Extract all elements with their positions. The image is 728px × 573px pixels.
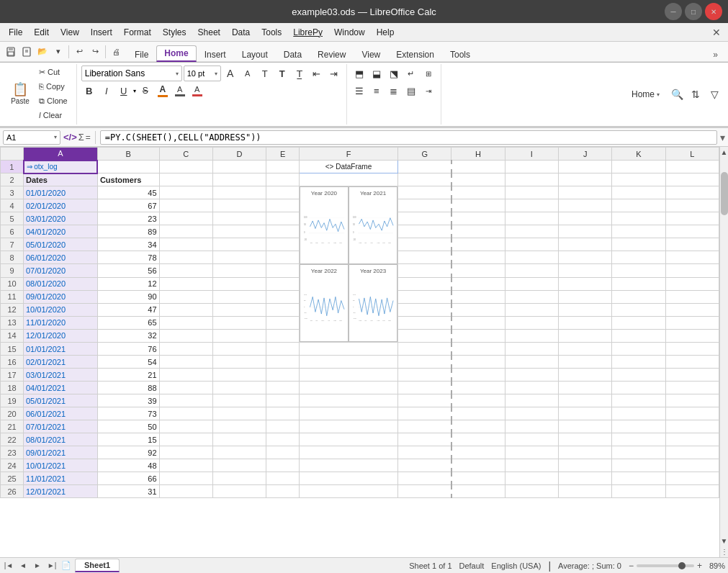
vscroll-up-btn[interactable]: ▲ xyxy=(719,147,728,158)
new-sheet-icon[interactable]: 📄 xyxy=(60,560,72,572)
align-bottom-button[interactable]: ⬔ xyxy=(386,66,402,81)
grow-font-button[interactable]: A xyxy=(223,66,238,81)
col-header-a[interactable]: A xyxy=(24,148,98,161)
merge-button[interactable]: ⊞ xyxy=(421,66,436,81)
underline-button[interactable]: U xyxy=(116,83,132,99)
cell-a3[interactable]: 01/01/2020 xyxy=(24,186,98,199)
tab-layout[interactable]: Layout xyxy=(234,47,276,62)
menu-data[interactable]: Data xyxy=(226,26,256,39)
nav-prev-btn[interactable]: ◄ xyxy=(17,560,29,572)
nav-first-btn[interactable]: |◄ xyxy=(3,560,14,572)
cell-k2[interactable] xyxy=(612,173,665,186)
clone-button[interactable]: ⧉ Clone xyxy=(35,94,72,107)
outdent-icon[interactable]: ⇥ xyxy=(326,66,342,81)
cell-k3[interactable] xyxy=(612,186,665,199)
zoom-out-btn[interactable]: − xyxy=(629,561,634,571)
cell-j1[interactable] xyxy=(558,161,611,173)
cell-l2[interactable] xyxy=(665,173,719,186)
cell-b2[interactable]: Customers xyxy=(97,173,159,186)
menubar-close[interactable]: ✕ xyxy=(708,27,725,38)
align-right-button[interactable]: ≣ xyxy=(386,83,402,99)
zoom-thumb[interactable] xyxy=(678,562,686,569)
cell-j3[interactable] xyxy=(558,186,611,199)
col-header-l[interactable]: L xyxy=(665,148,719,161)
home-dropdown-btn[interactable]: Home ▾ xyxy=(625,86,666,102)
menu-tools[interactable]: Tools xyxy=(256,26,287,39)
cell-d1[interactable] xyxy=(212,161,266,173)
align-left-button[interactable]: ☰ xyxy=(351,83,367,99)
nav-next-btn[interactable]: ► xyxy=(32,560,43,572)
cell-f2[interactable] xyxy=(299,173,397,186)
cell-c1[interactable] xyxy=(159,161,212,173)
cell-f1[interactable]: <> DataFrame xyxy=(299,161,397,173)
undo-icon[interactable]: ↩ xyxy=(71,44,87,60)
wrap-text-button[interactable]: ↵ xyxy=(403,66,419,81)
char-highlight-dropdown[interactable]: A xyxy=(189,83,205,99)
menu-sheet[interactable]: Sheet xyxy=(192,26,226,39)
vertical-scrollbar[interactable]: ▲ ▼ ⋮ xyxy=(719,147,728,557)
cell-i1[interactable] xyxy=(505,161,558,173)
cell-e1[interactable] xyxy=(266,161,300,173)
col-header-b[interactable]: B xyxy=(97,148,159,161)
cell-l1[interactable] xyxy=(665,161,719,173)
cell-d3[interactable] xyxy=(212,186,266,199)
uppercase-icon[interactable]: T xyxy=(257,66,273,81)
cell-k1[interactable] xyxy=(612,161,665,173)
cell-b3[interactable]: 45 xyxy=(97,186,159,199)
clear-button[interactable]: I Clear xyxy=(35,109,72,122)
sheet-tab-sheet1[interactable]: Sheet1 xyxy=(75,559,120,572)
cell-e3[interactable] xyxy=(266,186,300,199)
menu-format[interactable]: Format xyxy=(118,26,157,39)
dropdown-icon[interactable]: ▾ xyxy=(50,44,66,60)
tab-data[interactable]: Data xyxy=(276,47,310,62)
minimize-button[interactable]: ─ xyxy=(665,3,682,20)
cell-g2[interactable] xyxy=(398,173,451,186)
cell-g1[interactable] xyxy=(398,161,451,173)
col-header-j[interactable]: J xyxy=(558,148,611,161)
strikethrough-button[interactable]: S xyxy=(138,83,153,99)
row-header-2[interactable]: 2 xyxy=(1,173,24,186)
ribbon-more-btn[interactable]: » xyxy=(709,48,722,62)
new-file-icon[interactable] xyxy=(19,44,35,60)
col-header-i[interactable]: I xyxy=(505,148,558,161)
formula-sigma-icon[interactable]: Σ xyxy=(78,132,84,143)
redo-icon[interactable]: ↪ xyxy=(87,44,103,60)
cell-a1[interactable]: ⇒ otx_log xyxy=(24,161,98,173)
menu-window[interactable]: Window xyxy=(328,26,371,39)
menu-view[interactable]: View xyxy=(55,26,85,39)
highlight-dropdown[interactable]: A xyxy=(172,83,188,99)
formula-equals-icon[interactable]: = xyxy=(86,132,91,143)
cell-reference-box[interactable]: A1 ▾ xyxy=(3,130,60,145)
menu-librepy[interactable]: LibrePy xyxy=(287,26,328,39)
menu-styles[interactable]: Styles xyxy=(157,26,192,39)
row-header-3[interactable]: 3 xyxy=(1,186,24,199)
sort-icon[interactable]: ⇅ xyxy=(688,86,704,102)
formula-expand-btn[interactable]: ▾ xyxy=(720,132,725,143)
menu-help[interactable]: Help xyxy=(371,26,400,39)
tab-insert[interactable]: Insert xyxy=(197,47,234,62)
row-header-1[interactable]: 1 xyxy=(1,161,24,173)
shrink-font-button[interactable]: A xyxy=(240,66,256,81)
cell-h2[interactable] xyxy=(451,173,505,186)
cell-g3[interactable] xyxy=(398,186,451,199)
cell-c3[interactable] xyxy=(159,186,212,199)
menu-edit[interactable]: Edit xyxy=(28,26,55,39)
col-header-f[interactable]: F xyxy=(299,148,397,161)
cell-b1[interactable] xyxy=(97,161,159,173)
cell-j2[interactable] xyxy=(558,173,611,186)
cell-i3[interactable] xyxy=(505,186,558,199)
tab-home[interactable]: Home xyxy=(156,45,196,62)
formula-function-icon[interactable]: </> xyxy=(63,132,77,143)
tab-tools[interactable]: Tools xyxy=(442,47,478,62)
tab-review[interactable]: Review xyxy=(310,47,354,62)
tab-view[interactable]: View xyxy=(354,47,388,62)
font-size-dropdown[interactable]: 10 pt ▾ xyxy=(184,66,221,81)
nav-last-btn[interactable]: ►| xyxy=(46,560,58,572)
underline-icon2[interactable]: T̲ xyxy=(292,66,307,81)
indent-icon[interactable]: ⇤ xyxy=(309,66,325,81)
save-icon[interactable] xyxy=(3,44,19,60)
menu-insert[interactable]: Insert xyxy=(85,26,118,39)
col-header-d[interactable]: D xyxy=(212,148,266,161)
align-top-button[interactable]: ⬒ xyxy=(351,66,367,81)
justify-button[interactable]: ▤ xyxy=(403,83,419,99)
